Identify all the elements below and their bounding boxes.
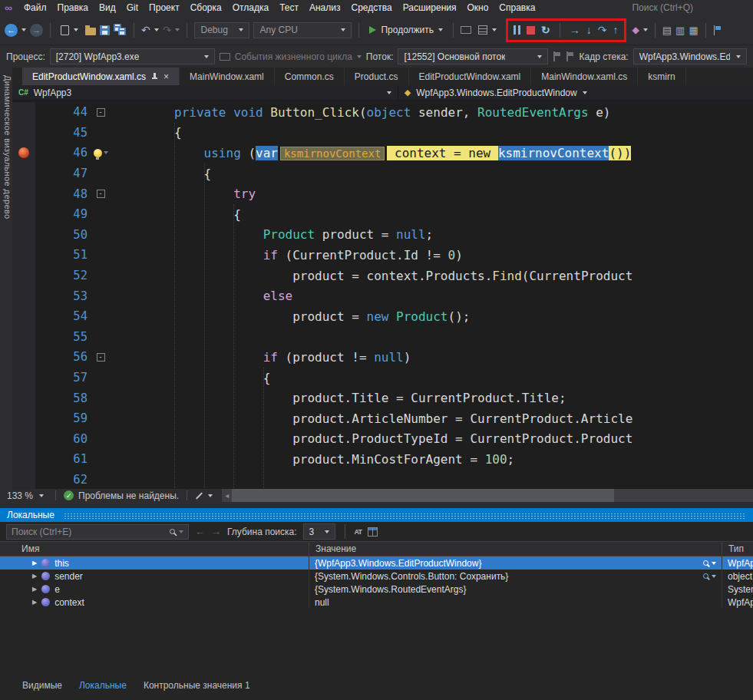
breakpoint-margin[interactable] — [12, 449, 35, 470]
variable-value-cell[interactable]: {System.Windows.RoutedEventArgs} — [309, 583, 722, 596]
code-line[interactable]: 48- try — [12, 183, 753, 204]
solution-platform-dropdown[interactable]: Any CPU — [253, 22, 352, 38]
magnifier-icon[interactable] — [703, 573, 708, 579]
variable-value-cell[interactable]: {System.Windows.Controls.Button: Сохрани… — [309, 570, 722, 583]
collapse-region-icon[interactable]: - — [97, 190, 105, 198]
chevron-down-icon[interactable] — [154, 28, 159, 31]
breakpoint-margin[interactable] — [12, 245, 35, 266]
document-tab[interactable]: EditProductWindow.xaml — [409, 68, 532, 85]
continue-button[interactable]: Продолжить — [366, 23, 446, 37]
variable-value-cell[interactable]: null — [309, 596, 722, 609]
search-box[interactable] — [6, 524, 189, 540]
show-next-statement-icon[interactable]: → — [570, 25, 580, 35]
breakpoint-margin[interactable] — [12, 266, 35, 286]
breakpoint-margin[interactable] — [12, 368, 35, 388]
variable-row[interactable]: ▶contextnullWpfApp — [0, 596, 753, 609]
watch-window-icon[interactable]: ▤ — [662, 25, 672, 35]
code-line[interactable]: 44- private void Button_Click(object sen… — [12, 102, 753, 123]
zoom-dropdown[interactable]: 133 % — [3, 490, 48, 501]
document-tab[interactable]: MainWindow.xaml — [180, 68, 275, 85]
variable-value-cell[interactable]: {WpfApp3.Windows.EditProductWindow} — [309, 556, 722, 570]
flag-thread-icon[interactable] — [553, 51, 561, 61]
code-line[interactable]: 53 else — [12, 286, 753, 306]
columns-toggle-icon[interactable] — [368, 527, 378, 537]
breakpoint-margin[interactable] — [12, 204, 35, 225]
health-check-icon[interactable]: ✓ — [64, 490, 74, 500]
tool-window-tab[interactable]: Контрольные значения 1 — [137, 679, 257, 692]
expander-icon[interactable]: ▶ — [32, 573, 37, 579]
column-header-type[interactable]: Тип — [722, 542, 753, 556]
debug-target-icon[interactable] — [461, 26, 471, 34]
navigate-forward-icon[interactable]: → — [30, 24, 43, 37]
close-icon[interactable]: × — [163, 71, 169, 82]
expander-icon[interactable]: ▶ — [32, 560, 37, 566]
memory-window-icon[interactable]: ▥ — [675, 25, 685, 35]
menu-item[interactable]: Правка — [52, 2, 94, 14]
variable-row[interactable]: ▶this{WpfApp3.Windows.EditProductWindow}… — [0, 556, 753, 570]
breakpoint-margin[interactable] — [12, 143, 35, 163]
document-tab[interactable]: Common.cs — [275, 68, 345, 85]
type-dropdown[interactable]: ◆ WpfApp3.Windows.EditProductWindow — [398, 85, 753, 100]
document-tab[interactable]: Product.cs — [345, 68, 409, 85]
chevron-down-icon[interactable] — [643, 28, 648, 31]
variable-name-cell[interactable]: ▶context — [0, 596, 309, 609]
menu-item[interactable]: Проект — [144, 2, 185, 14]
chevron-down-icon[interactable] — [712, 562, 716, 565]
scroll-left-icon[interactable]: ◂ — [222, 491, 232, 500]
breakpoint-margin[interactable] — [12, 163, 35, 184]
menu-item[interactable]: Расширения — [398, 2, 462, 14]
quick-search-box[interactable]: Поиск (Ctrl+Q) — [632, 2, 693, 13]
code-line[interactable]: 55 — [12, 327, 753, 348]
collapsed-tool-window-tab[interactable]: Динамическое визуальное дерево — [0, 68, 12, 489]
menu-item[interactable]: Вид — [94, 2, 121, 14]
breakpoint-margin[interactable] — [12, 286, 35, 306]
menu-item[interactable]: Анализ — [304, 2, 346, 14]
code-line[interactable]: 46 using (varksmirnovContext context = n… — [12, 143, 753, 163]
magnifier-icon[interactable] — [703, 560, 708, 566]
breakpoint-margin[interactable] — [12, 225, 35, 246]
navigate-backward-icon[interactable]: ← — [5, 24, 18, 37]
column-header-value[interactable]: Значение — [309, 542, 722, 556]
code-line[interactable]: 54 product = new Product(); — [12, 306, 753, 327]
flag-icon[interactable] — [713, 25, 722, 35]
code-line[interactable]: 57 { — [12, 368, 753, 388]
lightbulb-icon[interactable] — [94, 149, 102, 157]
chevron-down-icon[interactable] — [387, 91, 391, 94]
call-stack-window-icon[interactable]: ▦ — [689, 25, 698, 35]
diagnostic-tools-icon[interactable]: ◆ — [632, 25, 639, 35]
code-line[interactable]: 60 product.ProductTypeId = CurrentProduc… — [12, 429, 753, 450]
menu-item[interactable]: Окно — [461, 2, 494, 14]
menu-item[interactable]: Справка — [494, 2, 540, 14]
column-header-name[interactable]: Имя — [0, 542, 309, 556]
code-line[interactable]: 59 product.ArticleNumber = CurrentProduc… — [12, 408, 753, 429]
expander-icon[interactable]: ▶ — [32, 586, 37, 593]
variable-row[interactable]: ▶sender{System.Windows.Controls.Button: … — [0, 570, 753, 583]
document-tab[interactable]: EditProductWindow.xaml.cs× — [22, 68, 180, 85]
new-file-button[interactable] — [58, 24, 81, 37]
collapse-region-icon[interactable]: - — [97, 108, 105, 117]
breakpoint-margin[interactable] — [12, 306, 35, 327]
chevron-down-icon[interactable] — [583, 91, 587, 94]
variable-name-cell[interactable]: ▶this — [0, 556, 309, 570]
show-flagged-threads-icon[interactable] — [566, 51, 574, 61]
breakpoint-margin[interactable] — [12, 183, 35, 204]
locals-title-bar[interactable]: Локальные — [0, 508, 753, 522]
stop-debugging-icon[interactable] — [527, 26, 535, 35]
code-editor[interactable]: 44- private void Button_Click(object sen… — [12, 101, 753, 489]
variable-name-cell[interactable]: ▶sender — [0, 570, 309, 583]
code-line[interactable]: 56- if (product != null) — [12, 347, 753, 368]
menu-item[interactable]: Файл — [18, 2, 52, 14]
code-line[interactable]: 50 Product product = null; — [12, 225, 753, 246]
breakpoint-margin[interactable] — [12, 470, 35, 489]
restart-icon[interactable]: ↻ — [541, 25, 550, 35]
thread-dropdown[interactable]: [12552] Основной поток — [398, 48, 548, 64]
chevron-down-icon[interactable] — [175, 28, 180, 31]
collapse-region-icon[interactable]: - — [97, 353, 105, 362]
chevron-down-icon[interactable] — [74, 28, 78, 31]
solution-configuration-dropdown[interactable]: Debug — [194, 22, 249, 38]
menu-item[interactable]: Отладка — [227, 2, 274, 14]
step-out-icon[interactable]: ↑ — [613, 25, 619, 35]
code-line[interactable]: 47 { — [12, 163, 753, 184]
breakpoints-window-button[interactable] — [475, 24, 500, 36]
format-toggle-icon[interactable]: AT — [355, 528, 362, 536]
